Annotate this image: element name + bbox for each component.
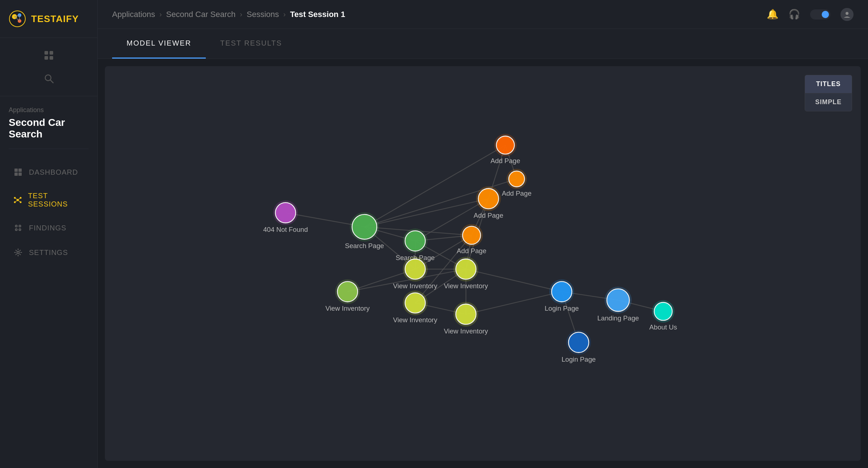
node-n16[interactable]: About Us — [649, 300, 677, 331]
settings-icon — [13, 247, 23, 258]
settings-label: SETTINGS — [29, 248, 68, 257]
node-circle — [569, 332, 589, 353]
graph-ctrl-titles[interactable]: TITLES — [805, 75, 852, 93]
tabs-bar: MODEL VIEWERTEST RESULTS — [98, 29, 868, 59]
breadcrumb-item-0[interactable]: Applications — [112, 10, 155, 19]
breadcrumb-sep: › — [240, 10, 242, 18]
user-avatar[interactable] — [841, 8, 854, 21]
node-n2[interactable]: Search Page — [345, 212, 384, 250]
node-label: Add Page — [457, 247, 486, 255]
nav-item-findings[interactable]: FINDINGS — [6, 216, 92, 239]
node-label: Search Page — [345, 242, 384, 250]
nav-item-dashboard[interactable]: DASHBOARD — [6, 161, 92, 184]
node-group: 404 Not FoundSearch PageSearch PageAdd P… — [263, 134, 677, 363]
breadcrumb: Applications›Second Car Search›Sessions›… — [112, 10, 345, 19]
node-label: Login Page — [562, 356, 596, 363]
dashboard-label: DASHBOARD — [29, 168, 78, 176]
nav-item-test-sessions[interactable]: TEST SESSIONS — [6, 185, 92, 215]
main-content: Applications›Second Car Search›Sessions›… — [98, 0, 868, 468]
node-circle — [607, 289, 629, 311]
node-label: Landing Page — [597, 314, 639, 322]
tab-test-results[interactable]: TEST RESULTS — [206, 29, 297, 59]
svg-rect-7 — [44, 51, 48, 55]
logo-highlight: A — [56, 13, 63, 24]
node-label: View Inventory — [326, 305, 370, 312]
findings-label: FINDINGS — [29, 224, 67, 232]
node-circle — [456, 304, 476, 324]
node-circle — [352, 214, 377, 239]
node-n7[interactable]: Add Page — [457, 224, 486, 255]
svg-point-29 — [19, 229, 21, 231]
topbar: Applications›Second Car Search›Sessions›… — [98, 0, 868, 29]
svg-rect-13 — [14, 169, 18, 172]
svg-point-26 — [16, 225, 17, 227]
svg-line-22 — [15, 198, 18, 200]
node-n12[interactable]: View Inventory — [444, 302, 488, 335]
svg-rect-16 — [18, 173, 22, 176]
node-circle — [405, 231, 425, 251]
node-n6[interactable]: Add Page — [490, 134, 520, 165]
svg-point-31 — [846, 12, 848, 15]
svg-rect-8 — [50, 51, 53, 55]
tab-model-viewer[interactable]: MODEL VIEWER — [112, 29, 206, 59]
breadcrumb-item-1[interactable]: Second Car Search — [166, 10, 235, 19]
breadcrumb-item-3: Test Session 1 — [290, 10, 345, 19]
notification-icon[interactable]: 🔔 — [767, 9, 778, 20]
user-icon — [843, 10, 851, 18]
findings-icon — [13, 223, 23, 233]
sidebar-nav: DASHBOARD TEST SESSIONS FINDINGS SETTING… — [0, 161, 97, 264]
node-label: View Inventory — [444, 327, 488, 335]
node-label: View Inventory — [444, 282, 488, 290]
node-n1[interactable]: 404 Not Found — [263, 200, 308, 233]
headset-icon[interactable]: 🎧 — [788, 9, 800, 20]
node-n5[interactable]: Add Page — [502, 169, 531, 197]
topbar-actions: 🔔 🎧 — [767, 8, 854, 21]
node-circle — [654, 302, 672, 320]
nav-item-settings[interactable]: SETTINGS — [6, 241, 92, 264]
node-n10[interactable]: View Inventory — [326, 279, 370, 312]
node-circle — [456, 259, 476, 279]
search-icon-btn[interactable] — [0, 68, 97, 89]
svg-point-30 — [17, 251, 19, 254]
svg-line-25 — [18, 200, 21, 202]
graph-svg: 404 Not FoundSearch PageSearch PageAdd P… — [105, 66, 861, 461]
app-section: Applications Second Car Search — [0, 96, 97, 161]
node-label: View Inventory — [393, 282, 438, 290]
node-label: About Us — [649, 323, 677, 331]
graph-controls: TITLESSIMPLE — [805, 75, 852, 111]
test-sessions-icon — [13, 195, 22, 205]
node-n14[interactable]: Login Page — [562, 330, 596, 363]
svg-rect-10 — [50, 56, 53, 60]
logo-icon — [9, 10, 26, 27]
test-sessions-label: TEST SESSIONS — [28, 192, 84, 208]
logo-area: TESTAIFY — [0, 0, 97, 38]
grid-icon — [44, 50, 54, 60]
logo-text-post: IFY — [63, 13, 78, 24]
node-n13[interactable]: Login Page — [545, 279, 579, 312]
dashboard-icon — [13, 167, 23, 177]
svg-line-12 — [50, 80, 53, 83]
node-n15[interactable]: Landing Page — [597, 286, 639, 322]
node-label: Add Page — [474, 212, 503, 219]
node-circle — [478, 188, 499, 209]
svg-line-23 — [18, 198, 21, 200]
node-circle — [552, 281, 572, 302]
edge — [365, 199, 489, 227]
node-circle — [509, 171, 525, 187]
search-icon — [44, 73, 54, 84]
sidebar-divider — [9, 149, 89, 149]
node-label: Add Page — [502, 190, 531, 197]
grid-icon-btn[interactable] — [0, 45, 97, 65]
node-label: View Inventory — [393, 316, 438, 324]
node-circle — [405, 293, 425, 313]
graph-ctrl-simple[interactable]: SIMPLE — [805, 93, 852, 111]
svg-point-28 — [19, 225, 21, 227]
breadcrumb-item-2[interactable]: Sessions — [247, 10, 279, 19]
node-circle — [337, 281, 358, 302]
node-n11[interactable]: View Inventory — [393, 290, 438, 323]
logo-text-pre: TEST — [31, 13, 56, 24]
breadcrumb-sep: › — [283, 10, 286, 18]
theme-toggle[interactable] — [810, 9, 830, 20]
node-label: Add Page — [490, 157, 520, 165]
node-n8[interactable]: View Inventory — [393, 257, 438, 290]
